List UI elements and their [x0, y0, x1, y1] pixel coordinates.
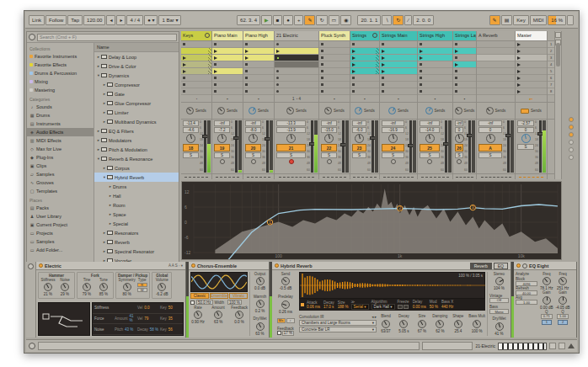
solo-button[interactable]: S — [276, 152, 306, 158]
peak-level-display[interactable]: -13.4 — [183, 120, 199, 126]
solo-button[interactable]: S — [517, 144, 534, 150]
volume-display[interactable]: 0 — [478, 127, 502, 133]
clip-slot[interactable] — [275, 82, 318, 88]
metronome-toggle[interactable]: ● ▾ — [144, 15, 158, 25]
tree-item-reverb[interactable]: ▸Reverb — [94, 237, 179, 247]
search-input[interactable] — [37, 34, 177, 41]
stop-button[interactable]: ■ — [273, 15, 283, 25]
scene-launch-slot[interactable] — [516, 55, 547, 61]
mode-classic[interactable]: Classic — [190, 293, 209, 299]
clip-slot[interactable] — [243, 68, 274, 75]
arm-record-button[interactable] — [220, 159, 225, 164]
tree-item-special[interactable]: ▸Special — [94, 219, 179, 228]
tree-item-hall[interactable]: ▸Hall — [94, 191, 179, 200]
clip-slot[interactable] — [418, 68, 452, 75]
crossfader-cell[interactable] — [243, 173, 274, 179]
peak-level-display[interactable]: -inf — [245, 120, 261, 126]
scene-number[interactable]: 7 — [548, 82, 554, 88]
freeze-flat-toggle[interactable] — [404, 305, 409, 309]
clip-slot[interactable] — [319, 75, 350, 82]
tree-item-pitch-modulation[interactable]: ▸Pitch & Modulation — [94, 145, 179, 154]
device-on-toggle[interactable] — [191, 263, 195, 268]
tree-item-glue-compressor[interactable]: ▸Glue Compressor — [94, 98, 179, 108]
track-header[interactable]: Piano High — [243, 31, 274, 41]
crossfader-cell[interactable] — [212, 173, 243, 179]
track-activator-button[interactable]: 25 — [420, 144, 440, 152]
clip-slot[interactable] — [319, 41, 350, 48]
place-samples[interactable]: ▭Samples — [27, 237, 94, 246]
peak-level-display[interactable]: -13.3 — [276, 120, 306, 126]
category-drums[interactable]: ▦Drums — [27, 111, 94, 120]
volume-display[interactable]: 0 — [455, 127, 463, 133]
tree-item-room[interactable]: ▸Room — [94, 200, 179, 210]
group-fold-icon[interactable] — [205, 33, 210, 38]
time-signature-display[interactable]: 4 / 4 — [126, 15, 143, 25]
disk-overload-indicator[interactable] — [567, 15, 574, 25]
punch-out-toggle[interactable]: ∕ — [404, 15, 412, 25]
tree-item-limiter[interactable]: ▸Limiter — [94, 108, 179, 117]
computer-midi-keyboard-toggle[interactable]: ▤ — [501, 15, 513, 25]
pan-knob[interactable] — [486, 134, 495, 143]
scene-launch-slot[interactable] — [516, 82, 547, 88]
tree-item-reverb-resonance[interactable]: ▾Reverb & Resonance — [94, 154, 179, 163]
knob[interactable] — [235, 311, 243, 319]
peak-level-display[interactable]: -inf — [478, 120, 502, 126]
clip-slot[interactable] — [453, 82, 476, 88]
pickup-type-r[interactable]: R — [137, 283, 147, 287]
hpf-toggle[interactable] — [190, 301, 195, 305]
crossfader-cell[interactable] — [516, 173, 547, 179]
track-header[interactable]: Piano Main — [212, 31, 243, 41]
device-header-icons[interactable]: A A S ◦ ▾ — [168, 263, 183, 268]
selected-clip[interactable] — [275, 55, 318, 61]
capture-midi-button[interactable]: ▭ — [329, 15, 340, 25]
clip[interactable] — [453, 48, 476, 55]
clip-slot[interactable] — [319, 48, 350, 55]
tree-item-resonators[interactable]: ▸Resonators — [94, 228, 179, 237]
track-header[interactable]: Strings High — [418, 31, 452, 41]
category-midi-effects[interactable]: ▥MIDI Effects — [27, 136, 94, 145]
clip-slot[interactable] — [418, 82, 452, 88]
q-value-box[interactable]: 0.71 — [541, 314, 553, 319]
electric-model-display[interactable] — [38, 302, 90, 336]
track-header[interactable]: Strings Layer — [453, 31, 476, 41]
show-returns-toggle[interactable] — [569, 132, 574, 137]
show-track-delay-toggle[interactable] — [569, 147, 574, 152]
width-value[interactable]: 100 % — [227, 300, 242, 305]
place-add-folder-[interactable]: ▭Add Folder... — [27, 246, 94, 254]
hpf-value[interactable]: 50.0 Hz — [196, 300, 213, 305]
group-slot[interactable] — [350, 55, 379, 61]
clip-slot[interactable] — [380, 88, 417, 95]
clip-slot[interactable] — [453, 41, 476, 48]
param-value[interactable]: 56 — [168, 327, 173, 332]
solo-button[interactable]: S — [321, 152, 337, 158]
clip-slot[interactable] — [418, 41, 452, 48]
tree-item-drums[interactable]: ▸Drums — [94, 182, 179, 191]
volume-fader[interactable] — [204, 120, 206, 173]
volume-fader[interactable] — [468, 120, 471, 173]
show-io-toggle[interactable] — [569, 117, 574, 122]
category-templates[interactable]: ▢Templates — [27, 187, 94, 195]
solo-button[interactable]: S — [478, 152, 502, 158]
scene-number[interactable]: 2 — [548, 48, 554, 55]
dry-wet-knob[interactable] — [495, 322, 504, 331]
knob[interactable] — [158, 283, 166, 291]
knob[interactable] — [559, 277, 567, 285]
send-a-knob[interactable] — [217, 107, 225, 114]
volume-fader[interactable] — [235, 120, 238, 173]
re-enable-automation-button[interactable]: ↻ — [316, 15, 327, 25]
group-fold-icon[interactable] — [372, 33, 377, 38]
arm-record-button[interactable] — [457, 159, 462, 164]
midi-map-mode-button[interactable]: MIDI — [530, 15, 548, 25]
scene-launch-slot[interactable] — [516, 61, 547, 68]
clip-slot[interactable] — [319, 68, 350, 75]
tree-item-delay-loop[interactable]: ▸Delay & Loop — [94, 52, 179, 61]
overdub-toggle[interactable]: + — [294, 15, 304, 25]
track-header[interactable]: Pluck Synth — [319, 31, 350, 41]
ir-file-dropdown[interactable]: Concrete Bar LR▾ — [299, 327, 377, 332]
crossfader-cell[interactable] — [477, 173, 515, 179]
arm-record-button[interactable] — [289, 159, 294, 164]
tree-item-spectral-resonator[interactable]: ▸Spectral Resonator — [94, 247, 179, 256]
bass-mono-toggle[interactable]: Mono — [489, 309, 509, 314]
clip-slot[interactable] — [212, 61, 243, 68]
volume-display[interactable]: -8.0 — [245, 127, 261, 133]
